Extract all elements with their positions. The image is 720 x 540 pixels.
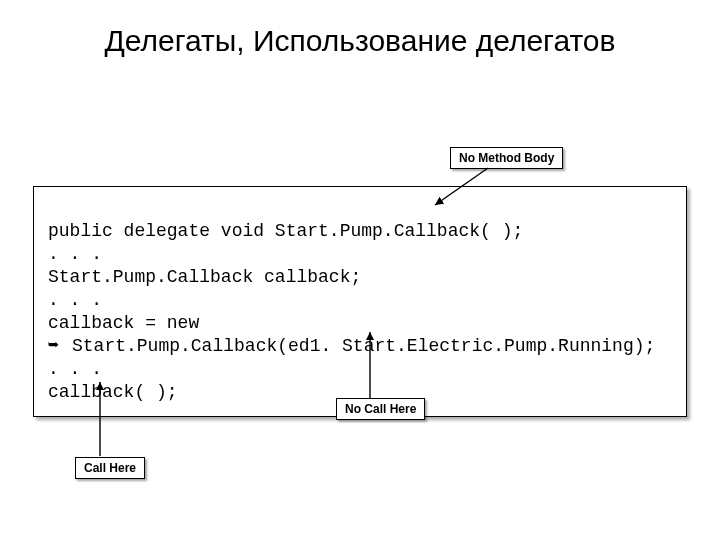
label-call-here: Call Here xyxy=(75,457,145,479)
slide: Делегаты, Использование делегатов No Met… xyxy=(0,0,720,540)
code-line-2: . . . xyxy=(48,244,102,264)
code-line-1: public delegate void Start.Pump.Callback… xyxy=(48,221,523,241)
code-line-4: . . . xyxy=(48,290,102,310)
code-line-8: callback( ); xyxy=(48,382,178,402)
code-line-6: ➥Start.Pump.Callback(ed1. Start.Electric… xyxy=(48,336,655,356)
code-line-5: callback = new xyxy=(48,313,199,333)
continuation-arrow-icon: ➥ xyxy=(48,335,72,358)
code-line-3: Start.Pump.Callback callback; xyxy=(48,267,361,287)
label-no-method-body: No Method Body xyxy=(450,147,563,169)
page-title: Делегаты, Использование делегатов xyxy=(0,24,720,58)
code-block: public delegate void Start.Pump.Callback… xyxy=(33,186,687,417)
label-no-call-here: No Call Here xyxy=(336,398,425,420)
code-line-7: . . . xyxy=(48,359,102,379)
code-line-6-text: Start.Pump.Callback(ed1. Start.Electric.… xyxy=(72,336,655,356)
